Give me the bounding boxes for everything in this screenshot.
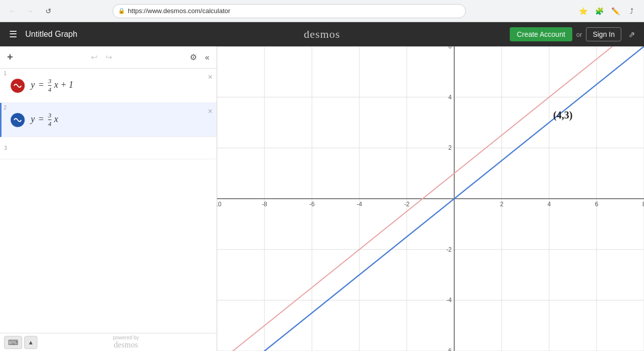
expression-row-3[interactable]: 3 bbox=[0, 137, 217, 159]
powered-by-label: powered by bbox=[113, 335, 139, 340]
undo-button[interactable]: ↩ bbox=[88, 49, 100, 65]
forward-button[interactable]: → bbox=[23, 4, 37, 18]
expression-icon-2 bbox=[11, 113, 25, 127]
bookmark-icon[interactable]: ⭐ bbox=[576, 4, 591, 18]
expression-row-1[interactable]: 1 y = 3 4 bbox=[0, 69, 217, 103]
reload-button[interactable]: ↺ bbox=[41, 4, 56, 18]
create-account-button[interactable]: Create Account bbox=[510, 27, 572, 41]
header-actions: Create Account or Sign In ⇗ bbox=[510, 27, 638, 42]
lock-icon: 🔒 bbox=[118, 8, 125, 14]
sign-in-button[interactable]: Sign In bbox=[586, 27, 621, 41]
expression-formula-1: y = 3 4 x + 1 bbox=[31, 78, 73, 94]
browser-chrome: ← → ↺ 🔒 https://www.desmos.com/calculato… bbox=[0, 0, 644, 22]
expression-icon-1 bbox=[11, 79, 25, 93]
expression-number-1: 1 bbox=[2, 69, 9, 102]
back-button[interactable]: ← bbox=[5, 4, 19, 18]
graph-title: Untitled Graph bbox=[25, 30, 77, 39]
add-expression-button[interactable]: + bbox=[4, 48, 16, 66]
address-bar[interactable]: 🔒 https://www.desmos.com/calculator bbox=[113, 4, 466, 18]
collapse-sidebar-button[interactable]: « bbox=[202, 50, 212, 65]
sidebar-toolbar: + ↩ ↪ ⚙ « bbox=[0, 46, 217, 69]
desmos-watermark: desmos bbox=[114, 340, 138, 349]
expressions-list: 1 y = 3 4 bbox=[0, 69, 217, 333]
url-text: https://www.desmos.com/calculator bbox=[128, 7, 230, 15]
browser-actions: ⭐ 🧩 ✏️ ⤴ bbox=[576, 4, 639, 18]
app-header: ☰ Untitled Graph desmos Create Account o… bbox=[0, 22, 644, 46]
sidebar: + ↩ ↪ ⚙ « 1 bbox=[0, 46, 217, 351]
chevron-up-button[interactable]: ▲ bbox=[24, 336, 37, 349]
delete-expression-2[interactable]: × bbox=[204, 105, 217, 118]
expression-icon-area-2 bbox=[9, 103, 27, 137]
expression-content-2[interactable]: y = 3 4 x bbox=[27, 103, 204, 137]
expression-icon-area-1 bbox=[9, 69, 27, 102]
main-layout: + ↩ ↪ ⚙ « 1 bbox=[0, 46, 644, 351]
menu-button[interactable]: ☰ bbox=[6, 26, 20, 43]
expression-row-2[interactable]: 2 y = 3 4 bbox=[0, 103, 217, 137]
desmos-logo: desmos bbox=[304, 28, 340, 41]
share-graph-button[interactable]: ⇗ bbox=[625, 27, 638, 42]
graph-canvas bbox=[217, 46, 644, 351]
expression-content-1[interactable]: y = 3 4 x + 1 bbox=[27, 69, 204, 102]
keyboard-button[interactable]: ⌨ bbox=[4, 336, 22, 349]
share-icon[interactable]: ⤴ bbox=[625, 4, 639, 18]
graph-area[interactable] bbox=[217, 46, 644, 351]
profile-icon[interactable]: ✏️ bbox=[609, 4, 623, 18]
expression-number-3: 3 bbox=[2, 143, 9, 153]
sidebar-bottom-bar: ⌨ ▲ powered by desmos bbox=[0, 333, 217, 351]
expression-number-2: 2 bbox=[2, 103, 9, 137]
settings-button[interactable]: ⚙ bbox=[187, 49, 200, 65]
extension-icon[interactable]: 🧩 bbox=[593, 4, 607, 18]
redo-button[interactable]: ↪ bbox=[102, 49, 115, 65]
delete-expression-1[interactable]: × bbox=[204, 71, 217, 84]
or-text: or bbox=[576, 31, 582, 38]
expression-formula-2: y = 3 4 x bbox=[31, 112, 58, 128]
